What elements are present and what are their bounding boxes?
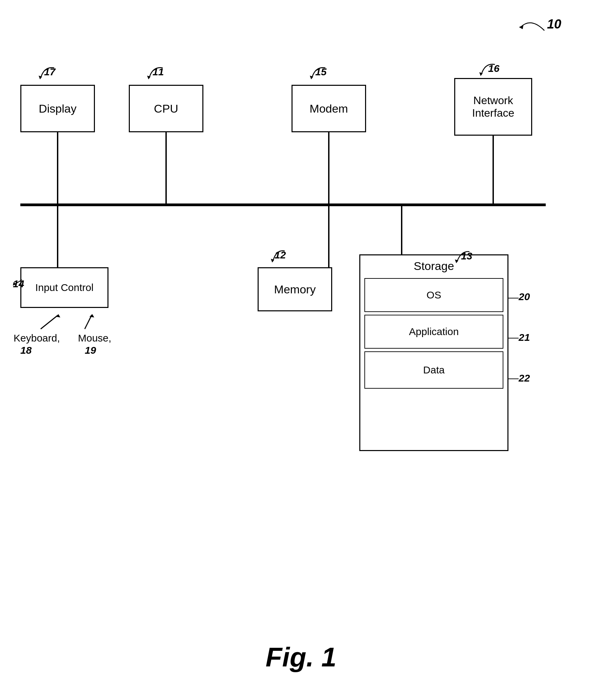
data-box: Data	[364, 351, 503, 389]
ref-21-label: 21	[519, 332, 530, 343]
ref-12-arrow	[263, 248, 290, 270]
ref-20-label: 20	[519, 291, 530, 303]
network-interface-box: NetworkInterface	[454, 78, 532, 136]
display-vline	[57, 132, 58, 205]
modem-vline	[328, 132, 329, 205]
ref-22-label: 22	[519, 372, 530, 384]
svg-line-10	[85, 315, 92, 329]
os-box: OS	[364, 278, 503, 312]
memory-box: Memory	[258, 267, 332, 311]
keyboard-ref: 18	[20, 345, 32, 356]
bus-line	[20, 203, 546, 206]
svg-marker-0	[519, 25, 523, 29]
ref-20-line	[508, 298, 519, 298]
figure-label: Fig. 1	[266, 642, 337, 673]
svg-line-8	[41, 315, 58, 329]
ref-21-line	[508, 338, 519, 338]
storage-box: Storage OS Application Data	[359, 254, 508, 451]
ref-14-arrow	[10, 278, 24, 288]
ref-22-line	[508, 378, 519, 379]
application-box: Application	[364, 315, 503, 349]
mouse-label: Mouse,	[78, 332, 111, 344]
ref-16-arrow	[475, 61, 502, 83]
mouse-arrow	[68, 305, 102, 332]
ref-11-arrow	[142, 64, 169, 86]
svg-marker-5	[13, 282, 16, 286]
display-box: Display	[20, 85, 95, 132]
modem-box: Modem	[292, 85, 366, 132]
mouse-ref: 19	[85, 345, 96, 356]
ref-13-arrow	[447, 249, 475, 268]
ref-17-arrow	[34, 64, 61, 86]
ref-15-arrow	[305, 64, 332, 86]
memory-vline	[328, 206, 329, 267]
keyboard-arrow	[31, 305, 64, 332]
display-down-vline	[57, 206, 58, 267]
ref-10-arrow	[510, 10, 551, 37]
cpu-box: CPU	[129, 85, 203, 132]
cpu-vline	[165, 132, 167, 205]
input-control-box: Input Control	[20, 267, 108, 308]
keyboard-label: Keyboard,	[14, 332, 60, 344]
network-vline	[493, 136, 494, 205]
storage-title: Storage	[360, 255, 507, 275]
